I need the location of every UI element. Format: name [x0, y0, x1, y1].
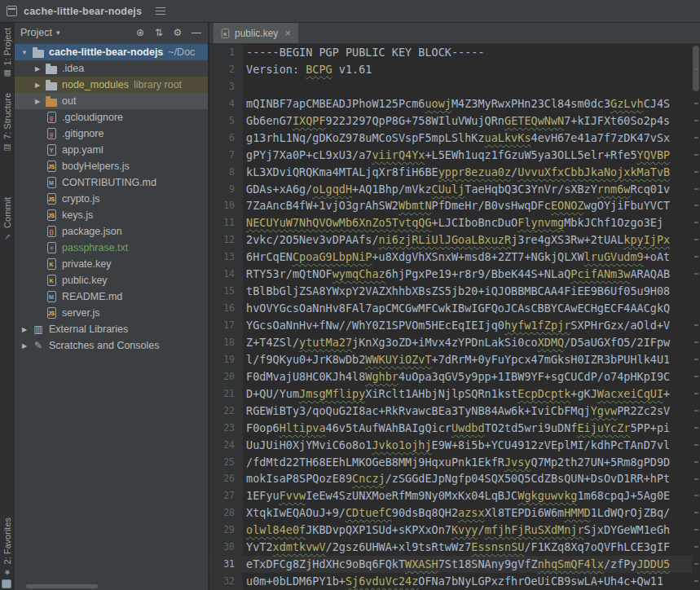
tab-close-icon[interactable]: ×	[284, 28, 291, 38]
tree-item-label: keys.js	[62, 209, 93, 221]
line-number: 18	[209, 334, 243, 351]
horizontal-scrollbar[interactable]	[15, 584, 209, 589]
line-number: 5	[209, 112, 243, 130]
libraries-icon: ▥	[31, 323, 46, 336]
code-line: 1EFyuFvvwIeEw4SzUNXMoeRfMm9Ny0MxKx04LqBJ…	[243, 487, 692, 504]
project-tree: ▼cache-little-bear-nodejs~/Doc▶.idea▶nod…	[15, 44, 208, 582]
line-number: 10	[209, 197, 243, 214]
code-area[interactable]: -----BEGIN PGP PUBLIC KEY BLOCK-----Vers…	[243, 44, 692, 590]
chevron-right-icon[interactable]: ▶	[18, 326, 31, 333]
error-stripe-mark	[694, 495, 698, 496]
tree-item[interactable]: JSbodyHelpers.js	[15, 158, 208, 174]
toolwindow-button-commit[interactable]: ✓Commit	[2, 197, 12, 241]
tree-item[interactable]: Kprivate.key	[15, 256, 208, 272]
error-stripe-mark	[694, 324, 698, 326]
toolwindow-label: 1: Project	[2, 28, 12, 65]
tree-item[interactable]: ≡passphrase.txt	[15, 240, 208, 256]
tree-item-label: .gcloudignore	[62, 112, 123, 123]
locate-icon[interactable]: ⊕	[134, 27, 146, 38]
project-dropdown[interactable]: Project ▾	[20, 27, 59, 38]
error-stripe-mark	[694, 563, 698, 565]
error-stripe-mark	[694, 512, 698, 513]
error-stripe-mark	[694, 529, 698, 531]
tree-item[interactable]: MCONTRIBUTING.md	[15, 174, 208, 191]
toolwindow-stripe: ▦1: Project▤7: Structure✓Commit ★2: Favo…	[0, 23, 15, 590]
line-number: 6	[209, 130, 243, 147]
code-line: olwl84e0fJKBDvpQXP1SUd+sKPXxOn7Kvyy/mfjh…	[243, 522, 692, 539]
line-number: 31	[209, 556, 243, 573]
error-stripe-mark	[694, 273, 698, 275]
tree-item[interactable]: ▶✎Scratches and Consoles	[15, 337, 208, 354]
project-panel-toolbar: ⊕⇅⚙—	[134, 27, 202, 38]
tree-item-label: bodyHelpers.js	[62, 161, 130, 172]
tree-item[interactable]: JSkeys.js	[15, 207, 208, 223]
toolwindow-button-2-favorites[interactable]: ★2: Favorites	[2, 517, 12, 577]
error-stripe-mark	[694, 171, 698, 173]
horizontal-scrollbar-thumb[interactable]	[26, 584, 98, 588]
structure-icon: ▤	[2, 143, 11, 152]
hide-icon[interactable]: —	[191, 27, 202, 38]
file-ignore-icon: g	[44, 111, 59, 124]
tree-item[interactable]: Kpublic.key	[15, 272, 208, 288]
tree-item[interactable]: ▶.idea	[15, 60, 208, 77]
file-txt-icon: ≡	[44, 241, 59, 254]
tree-item[interactable]: ▶out	[15, 93, 208, 109]
tree-item[interactable]: JScrypto.js	[15, 191, 208, 207]
tab-public-key[interactable]: K public.key ×	[214, 23, 298, 43]
file-js-icon: JS	[44, 192, 59, 205]
code-line: kL3XDviQRQKma4MTALjqXr8fiH6BEyppr8ezua0z…	[243, 164, 692, 181]
tab-label: public.key	[235, 28, 278, 39]
code-line: gPYj7Xa0P+cL9xU3/a7viirQ4Yx+L5EWh1uqz1fG…	[243, 147, 692, 164]
line-number: 8	[209, 164, 243, 181]
error-stripe-mark	[694, 393, 698, 394]
scratches-icon: ✎	[31, 339, 46, 352]
chevron-right-icon[interactable]: ▶	[31, 81, 44, 89]
tree-item-hint: library root	[134, 79, 182, 90]
chevron-right-icon[interactable]: ▶	[18, 342, 31, 350]
tree-item-label: crypto.js	[62, 193, 100, 205]
error-stripe-mark	[694, 103, 698, 104]
tree-item[interactable]: g.gitignore	[15, 125, 208, 142]
tree-item-label: server.js	[62, 307, 100, 319]
chevron-right-icon[interactable]: ▶	[31, 65, 44, 73]
error-stripe-mark	[694, 427, 698, 429]
line-number: 32	[209, 573, 243, 590]
tree-item[interactable]: g.gcloudignore	[15, 109, 208, 125]
tree-item[interactable]: JSserver.js	[15, 305, 208, 321]
error-stripe-mark	[694, 580, 698, 582]
code-line: u0m+0bLDM6PY1b+Sj6vduVc24zOFNa7bNyLGPxzf…	[243, 573, 692, 590]
tree-item[interactable]: ▶▥External Libraries	[15, 321, 208, 337]
code-line	[243, 78, 692, 95]
settings-icon[interactable]: ⚙	[172, 27, 183, 38]
tree-item[interactable]: ▶node_moduleslibrary root	[15, 77, 208, 93]
file-json-icon: {}	[44, 225, 59, 238]
tree-item[interactable]: Yapp.yaml	[15, 142, 208, 158]
code-line: mokIsaP8SPQozE89Cnczj/zSGGdEJpNgfp04SQX5…	[243, 470, 692, 487]
code-line: g13rhL1Nq/gDKoZ978uMCoSVspF5mpLSlhKzuaLk…	[243, 130, 692, 147]
toolwindow-label: 7: Structure	[2, 93, 12, 139]
code-line: UuJUiH0XjYMviC6o8o1Jvko1ojhjE9W+8i5b+YCU…	[243, 437, 692, 454]
editor-gutter[interactable]: 1234567891011121314151617181920212223242…	[209, 44, 243, 590]
code-line: GDAs+xA6g/oLgqdH+AQ1Bhp/mVkzCUuljTaeHqbQ…	[243, 181, 692, 198]
file-key-icon: K	[221, 28, 230, 39]
code-line: mQINBF7apCMBEADJPhoW125Pcm6uowjM4Z3MyRwx…	[243, 95, 692, 112]
code-line: Gb6enG7IXQPF922J297QpP8G+758WIluVWujQRnG…	[243, 112, 692, 130]
editor-scrollbar[interactable]	[692, 44, 700, 590]
error-stripe-mark	[694, 256, 698, 258]
editor-area: K public.key × 1234567891011121314151617…	[209, 23, 700, 590]
menu-icon[interactable]	[153, 5, 168, 18]
toolwindow-button-1-project[interactable]: ▦1: Project	[2, 28, 12, 78]
file-js-icon: JS	[44, 160, 59, 173]
collapse-all-icon[interactable]: ⇅	[153, 27, 165, 38]
error-stripe-mark	[694, 478, 698, 480]
chevron-right-icon[interactable]: ▶	[31, 98, 44, 105]
error-stripe-mark	[694, 205, 698, 206]
toolwindow-button-7-structure[interactable]: ▤7: Structure	[2, 93, 12, 152]
code-line: RGEWiBTy3/qoQuG2I8ac+RkRvawcBEa3TyNB84Aw…	[243, 403, 692, 420]
chevron-down-icon[interactable]: ▼	[18, 49, 31, 56]
error-stripe-mark	[694, 137, 698, 139]
tree-item[interactable]: MREADME.md	[15, 288, 208, 305]
tree-item[interactable]: ▼cache-little-bear-nodejs~/Doc	[15, 44, 208, 60]
tree-item[interactable]: {}package.json	[15, 223, 208, 240]
line-number: 4	[209, 95, 243, 112]
